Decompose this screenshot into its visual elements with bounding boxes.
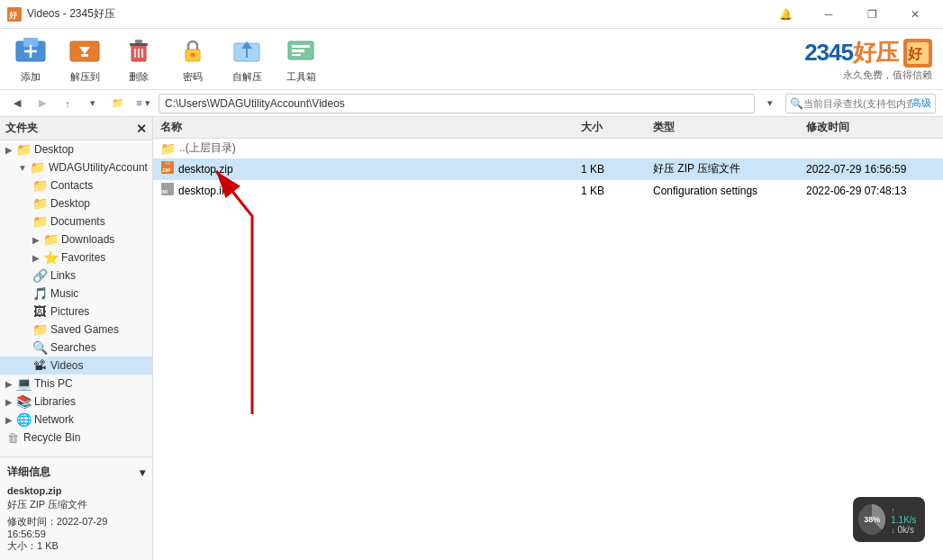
svg-text:好: 好 — [8, 11, 18, 20]
upload-speed: ↑ 1.1K/s — [891, 505, 920, 525]
expand-icon: ▶ — [32, 253, 40, 263]
forward-button[interactable]: ▶ — [32, 94, 52, 113]
folder-icon: 📁 — [32, 214, 47, 229]
sidebar-item-savedgames[interactable]: 📁 Saved Games — [0, 321, 152, 339]
tools-icon — [285, 34, 317, 67]
sidebar-label: Desktop — [50, 197, 90, 210]
up-button[interactable]: ↑ — [58, 94, 77, 113]
sidebar-item-libraries[interactable]: ▶ 📚 Libraries — [0, 393, 152, 411]
sidebar-label: This PC — [34, 377, 73, 390]
sidebar-label: Desktop — [34, 143, 74, 156]
sidebar-item-contacts[interactable]: 📁 Contacts — [0, 176, 152, 194]
pictures-folder-icon: 🖼 — [32, 304, 47, 319]
brand-area: 2345好压 好 永久免费，值得信赖 — [763, 29, 943, 90]
recycle-icon: 🗑 — [5, 430, 20, 445]
speed-numbers: ↑ 1.1K/s ↓ 0k/s — [891, 505, 920, 535]
extract-button[interactable]: 解压到 — [65, 34, 104, 84]
sidebar-item-links[interactable]: 🔗 Links — [0, 266, 152, 285]
autoextract-button[interactable]: 自解压 — [227, 34, 267, 84]
sidebar-item-searches[interactable]: 🔍 Searches — [0, 339, 152, 357]
sidebar-item-wdag[interactable]: ▼ 📁 WDAGUtilityAccount — [0, 158, 152, 176]
address-dropdown-button[interactable]: ▾ — [760, 94, 780, 113]
restore-btn[interactable]: ❐ — [851, 0, 893, 29]
expand-icon: ▶ — [5, 379, 13, 389]
speed-circle: 38% — [858, 504, 885, 535]
close-sidebar-icon[interactable]: ✕ — [136, 122, 147, 136]
address-input[interactable] — [159, 94, 755, 113]
main-layout: 文件夹 ✕ ▶ 📁 Desktop ▼ 📁 WDAGUtilityAccount… — [0, 117, 943, 560]
col-date-header[interactable]: 修改时间 — [799, 120, 943, 135]
encrypt-icon — [177, 34, 209, 67]
detail-header: 详细信息 ▾ — [7, 465, 145, 480]
file-type-cell: 好压 ZIP 压缩文件 — [646, 161, 799, 176]
sidebar-label: Network — [34, 413, 74, 426]
parent-dir-row[interactable]: 📁 ..(上层目录) — [153, 139, 943, 158]
svg-text:好: 好 — [907, 46, 923, 61]
delete-button[interactable]: 删除 — [119, 34, 159, 84]
detail-modified: 修改时间：2022-07-29 16:56:59 — [7, 515, 145, 539]
recent-button[interactable]: ▾ — [83, 94, 103, 113]
sidebar-item-desktop2[interactable]: 📁 Desktop — [0, 194, 152, 212]
title-bar-controls: 🔔 ─ ❐ ✕ — [765, 0, 936, 29]
folder-icon: 📁 — [16, 142, 31, 157]
table-row[interactable]: INI desktop.ini 1 KB Configuration setti… — [153, 180, 943, 202]
sidebar-item-network[interactable]: ▶ 🌐 Network — [0, 411, 152, 429]
sidebar-item-downloads[interactable]: ▶ 📁 Downloads — [0, 230, 152, 248]
file-name-cell: ZIP desktop.zip — [153, 160, 574, 177]
title-bar-left: 好 Videos - 2345好压 — [7, 6, 115, 22]
file-name-cell: INI desktop.ini — [153, 182, 574, 199]
content-area: 名称 大小 类型 修改时间 📁 ..(上层目录) — [153, 117, 943, 560]
svg-rect-11 — [135, 40, 142, 43]
extract-label: 解压到 — [70, 70, 100, 84]
file-date-cell: 2022-07-29 16:56:59 — [799, 163, 943, 176]
svg-rect-8 — [81, 54, 88, 57]
encrypt-label: 密码 — [183, 70, 203, 84]
speed-indicator: 38% ↑ 1.1K/s ↓ 0k/s — [853, 497, 925, 542]
search-box: 🔍 高级 — [785, 94, 936, 113]
advanced-search-link[interactable]: 高级 — [911, 96, 931, 110]
search-icon: 🔍 — [790, 97, 803, 110]
sidebar-item-favorites[interactable]: ▶ ⭐ Favorites — [0, 248, 152, 266]
sidebar-label: Favorites — [61, 251, 105, 264]
col-name-header[interactable]: 名称 — [153, 120, 574, 135]
sidebar-item-documents[interactable]: 📁 Documents — [0, 212, 152, 230]
sidebar-item-recycle[interactable]: 🗑 Recycle Bin — [0, 429, 152, 447]
sidebar-item-desktop[interactable]: ▶ 📁 Desktop — [0, 140, 152, 158]
detail-panel: 详细信息 ▾ desktop.zip 好压 ZIP 压缩文件 修改时间：2022… — [0, 456, 152, 560]
title-bar: 好 Videos - 2345好压 🔔 ─ ❐ ✕ — [0, 0, 943, 29]
tools-button[interactable]: 工具箱 — [281, 34, 321, 84]
back-button[interactable]: ◀ — [7, 94, 27, 113]
sidebar-item-thispc[interactable]: ▶ 💻 This PC — [0, 375, 152, 393]
expand-icon: ▶ — [5, 397, 13, 407]
folder-icon: 🔗 — [32, 268, 47, 283]
notification-btn[interactable]: 🔔 — [765, 0, 806, 29]
expand-icon: ▶ — [5, 415, 13, 425]
svg-rect-22 — [292, 50, 304, 52]
sidebar-label: Saved Games — [50, 323, 119, 336]
col-type-header[interactable]: 类型 — [646, 120, 799, 135]
sidebar-label: Pictures — [50, 305, 89, 318]
detail-dropdown-icon[interactable]: ▾ — [140, 466, 145, 479]
table-row[interactable]: ZIP desktop.zip 1 KB 好压 ZIP 压缩文件 2022-07… — [153, 158, 943, 180]
add-button[interactable]: 添加 — [11, 34, 50, 84]
view-options-button[interactable]: ≡ ▾ — [133, 94, 153, 113]
detail-filetype: 好压 ZIP 压缩文件 — [7, 498, 145, 511]
svg-point-16 — [191, 53, 195, 58]
svg-rect-10 — [130, 43, 148, 46]
minimize-btn[interactable]: ─ — [808, 0, 849, 29]
encrypt-button[interactable]: 密码 — [173, 34, 213, 84]
close-btn[interactable]: ✕ — [894, 0, 936, 29]
sidebar-item-pictures[interactable]: 🖼 Pictures — [0, 303, 152, 321]
tools-label: 工具箱 — [286, 70, 316, 84]
expand-icon: ▶ — [32, 235, 40, 245]
sidebar-label: Documents — [50, 215, 105, 228]
folder-icon-btn[interactable]: 📁 — [108, 94, 128, 113]
search-input[interactable] — [803, 98, 911, 109]
speed-percent: 38% — [864, 515, 880, 524]
sidebar-item-music[interactable]: 🎵 Music — [0, 285, 152, 303]
music-folder-icon: 🎵 — [32, 286, 47, 301]
sidebar-item-videos[interactable]: 📽 Videos — [0, 357, 152, 375]
col-size-header[interactable]: 大小 — [574, 120, 646, 135]
searches-folder-icon: 🔍 — [32, 340, 47, 355]
pc-icon: 💻 — [16, 376, 31, 391]
